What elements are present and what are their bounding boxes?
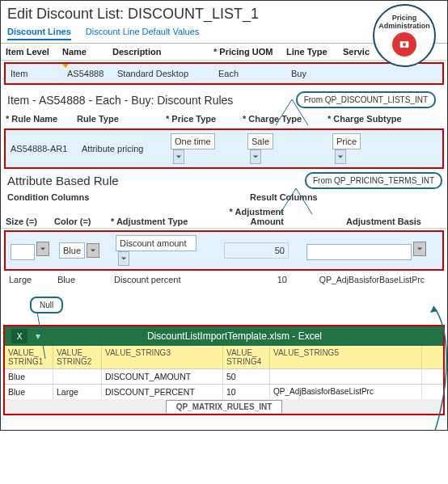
rules-data-row[interactable]: AS54888-AR1 Attribute pricing One time S… [4, 128, 444, 169]
svg-marker-0 [430, 306, 437, 313]
col-charge-subtype[interactable]: * Charge Subtype [328, 114, 425, 124]
caret-down-icon[interactable] [413, 242, 426, 256]
excel-col-1[interactable]: VALUE_ STRING1 [5, 346, 53, 368]
cell-item-level: Item [11, 69, 67, 78]
row-marker-icon [62, 64, 69, 68]
excel-col-2[interactable]: VALUE_ STRING2 [53, 346, 102, 368]
cell-adjamt-2: 10 [219, 275, 292, 284]
chevron-down-icon[interactable] [250, 149, 261, 164]
col-rule-name[interactable]: * Rule Name [6, 114, 77, 124]
condition-columns-label: Condition Columns [7, 192, 250, 202]
null-annotation: Null [30, 297, 63, 314]
cell-adjtype-2: Discount percent [114, 275, 219, 284]
col-size[interactable]: Size (=) [6, 217, 54, 226]
color-select-1[interactable]: Blue [59, 242, 116, 259]
cell-color-2: Blue [57, 275, 114, 284]
cell-adjbasis-2: QP_AdjBasisforBaseListPrc [292, 275, 429, 284]
excel-window: X ▾ DiscountListImportTemplate.xlsm - Ex… [3, 325, 445, 415]
col-price-type[interactable]: * Price Type [166, 114, 243, 124]
tab-discount-lines[interactable]: Discount Lines [7, 24, 71, 40]
col-adj-type[interactable]: * Adjustment Type [111, 217, 216, 226]
col-rule-type[interactable]: Rule Type [77, 114, 166, 124]
excel-row-2[interactable]: Blue Large DISCOUNT_PERCENT 10 QP_AdjBas… [5, 384, 443, 399]
price-type-select[interactable]: One time [171, 133, 247, 164]
badge-line2: Administration [378, 23, 430, 31]
excel-col-3[interactable]: VALUE_STRING3 [102, 346, 223, 368]
col-charge-type[interactable]: * Charge Type [243, 114, 328, 124]
excel-col-4[interactable]: VALUE_ STRING4 [223, 346, 270, 368]
tab-default-values[interactable]: Discount Line Default Values [86, 24, 199, 40]
annotation-pricing-terms: From QP_PRICING_TERMS_INT [305, 172, 442, 189]
excel-col-5[interactable]: VALUE_STRING5 [270, 346, 422, 368]
result-columns-label: Result Columns [250, 192, 318, 202]
chevron-down-icon[interactable] [335, 149, 346, 164]
col-name[interactable]: Name [62, 47, 112, 57]
rules-header-row: * Rule Name Rule Type * Price Type * Cha… [1, 111, 447, 127]
chevron-down-icon[interactable] [118, 251, 129, 266]
cell-name: AS54888 [67, 69, 117, 78]
cell-rule-name: AS54888-AR1 [11, 144, 82, 154]
col-line-type[interactable]: Line Type [286, 47, 343, 57]
annotation-discount-lists: From QP_DISCOUNT_LISTS_INT [296, 91, 436, 108]
adjbasis-select-1[interactable] [294, 242, 431, 260]
col-adj-basis[interactable]: Adjustment Basis [289, 217, 426, 226]
col-adj-amount[interactable]: * AdjustmentAmount* Adjustment Amount [216, 207, 289, 226]
items-data-row[interactable]: Item AS54888 Standard Desktop Each Buy [4, 62, 444, 85]
cell-line-type: Buy [291, 69, 348, 78]
cell-rule-type: Attribute pricing [82, 144, 171, 154]
caret-down-icon[interactable] [36, 242, 49, 256]
excel-icon: X [11, 329, 27, 343]
chevron-down-icon[interactable] [173, 149, 184, 164]
attribute-rule-title: Attribute Based Rule [1, 170, 125, 191]
caret-down-icon[interactable] [87, 243, 99, 258]
matrix-row-1[interactable]: Blue Discount amount 50 [4, 230, 444, 271]
adjamt-input-1[interactable]: 50 [221, 242, 294, 259]
col-description[interactable]: Description [112, 47, 213, 57]
cell-uom: Each [218, 69, 291, 78]
sheet-tab-active[interactable]: QP_MATRIX_RULES_INT [166, 400, 283, 413]
svg-point-2 [403, 43, 406, 46]
charge-type-select[interactable]: Sale [247, 133, 332, 164]
charge-subtype-select[interactable]: Price [332, 133, 429, 164]
excel-filename: DiscountListImportTemplate.xlsm - Excel [45, 330, 424, 342]
col-item-level[interactable]: Item Level [6, 47, 62, 57]
size-select-1[interactable] [11, 242, 59, 260]
excel-title-bar: X ▾ DiscountListImportTemplate.xlsm - Ex… [5, 326, 443, 346]
col-color[interactable]: Color (=) [54, 217, 111, 226]
cell-description: Standard Desktop [117, 69, 218, 78]
matrix-row-2[interactable]: Large Blue Discount percent 10 QP_AdjBas… [1, 272, 447, 287]
discount-rules-title: Item - AS54888 - Each - Buy: Discount Ru… [7, 94, 233, 107]
cell-size-2: Large [9, 275, 57, 284]
pricing-admin-badge: Pricing Administration [373, 4, 436, 67]
excel-header-row: VALUE_ STRING1 VALUE_ STRING2 VALUE_STRI… [5, 346, 443, 368]
matrix-header-row: Size (=) Color (=) * Adjustment Type * A… [1, 204, 447, 229]
adjtype-select-1[interactable]: Discount amount [116, 235, 221, 266]
pricing-admin-icon [392, 32, 416, 57]
col-pricing-uom[interactable]: * * Pricing UOMPricing UOM [213, 47, 286, 57]
excel-row-1[interactable]: Blue DISCOUNT_AMOUNT 50 [5, 368, 443, 384]
excel-sheet-tabs: QP_MATRIX_RULES_INT [5, 399, 443, 414]
